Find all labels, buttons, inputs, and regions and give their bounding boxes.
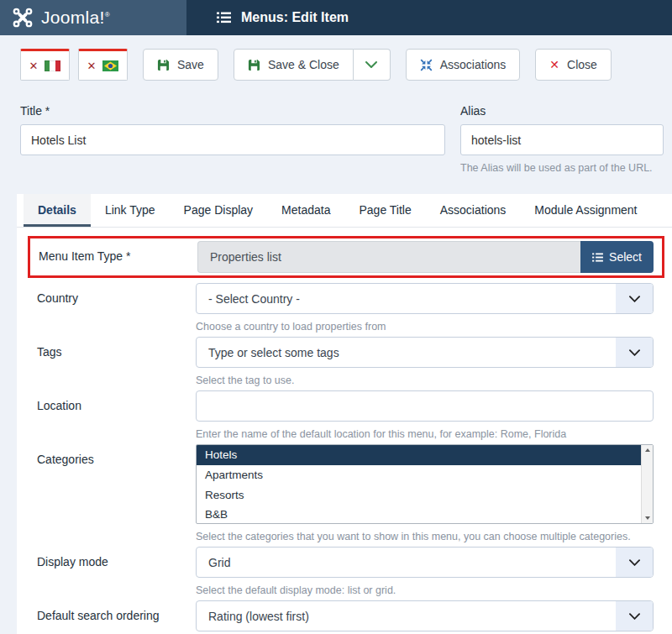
joomla-logo-icon [12,7,34,29]
associations-button[interactable]: Associations [406,49,521,81]
location-label: Location [37,390,196,440]
country-row: Country - Select Country - Choose a coun… [37,283,654,333]
tab-page-title[interactable]: Page Title [344,194,425,227]
select-menu-item-type-button[interactable]: Select [580,241,654,273]
menu-item-type-value: Properties list [197,241,580,273]
country-help-text: Choose a country to load properties from [196,321,654,333]
search-ordering-label: Default search ordering [37,600,196,634]
country-select[interactable]: - Select Country - [196,283,654,314]
category-option-bb[interactable]: B&B [197,505,641,524]
category-option-apartments[interactable]: Apartments [197,465,641,485]
location-help-text: Enter the name of the default location f… [196,428,654,440]
categories-row: Categories Hotels Apartments Resorts B&B… [37,444,654,542]
tags-label: Tags [37,337,196,386]
categories-listbox[interactable]: Hotels Apartments Resorts B&B [196,444,654,524]
chevron-down-icon [616,601,653,631]
save-options-dropdown-toggle[interactable] [354,49,391,81]
chevron-down-icon [616,338,653,367]
edit-item-panel: Details Link Type Page Display Metadata … [17,194,672,634]
alias-field-group: Alias The Alias will be used as part of … [460,104,664,174]
chevron-down-icon [365,61,377,68]
page-title: Menus: Edit Item [241,10,349,25]
categories-help-text: Select the categories that you want to s… [196,531,654,542]
tab-associations[interactable]: Associations [426,194,521,227]
compress-arrows-icon [420,59,433,71]
toolbar: ✕ ✕ Save Save & Close [0,35,672,81]
italian-flag-icon [45,60,60,71]
menu-item-type-row: Menu Item Type * Properties list Select [39,241,654,273]
title-alias-section: Title * Alias The Alias will be used as … [0,81,672,174]
listbox-scrollbar[interactable] [641,445,653,523]
tags-select[interactable]: Type or select some tags [196,337,654,368]
remove-italian-association-button[interactable]: ✕ [20,49,70,81]
remove-brazilian-association-button[interactable]: ✕ [78,49,128,81]
scroll-down-icon[interactable] [645,516,650,520]
tab-module-assignment[interactable]: Module Assignment [520,194,651,227]
save-and-close-button[interactable]: Save & Close [234,49,354,81]
save-icon [248,59,260,71]
tab-page-display[interactable]: Page Display [170,194,268,227]
search-ordering-select[interactable]: Rating (lowest first) [196,600,654,631]
alias-label: Alias [460,104,664,118]
location-input[interactable] [196,390,654,422]
tags-help-text: Select the tag to use. [196,375,654,386]
chevron-down-icon [616,284,653,313]
menu-item-type-highlight-annotation: Menu Item Type * Properties list Select [28,236,664,278]
tab-details[interactable]: Details [24,194,91,227]
close-button[interactable]: ✕ Close [535,49,612,81]
display-mode-row: Display mode Grid Select the default dis… [37,547,654,596]
display-mode-help-text: Select the default display mode: list or… [196,584,654,596]
save-close-button-group: Save & Close [234,49,391,81]
title-label: Title * [20,104,445,118]
country-label: Country [37,283,196,333]
top-header: Joomla!® Menus: Edit Item [0,0,672,35]
categories-options: Hotels Apartments Resorts B&B [197,445,641,523]
remove-icon: ✕ [87,60,97,71]
title-input[interactable] [20,124,445,155]
tab-metadata[interactable]: Metadata [267,194,344,227]
joomla-brand: Joomla!® [0,0,186,35]
menu-list-icon [217,12,231,24]
brazilian-flag-icon [102,60,118,71]
search-ordering-row: Default search ordering Rating (lowest f… [37,600,654,634]
list-icon [592,253,603,262]
scroll-up-icon[interactable] [645,448,650,452]
close-icon: ✕ [549,59,559,71]
menu-item-type-label: Menu Item Type * [39,241,197,273]
location-row: Location Enter the name of the default l… [37,390,654,440]
tags-row: Tags Type or select some tags Select the… [37,337,654,386]
page-header: Menus: Edit Item [186,0,672,35]
save-icon [157,59,170,71]
category-option-resorts[interactable]: Resorts [197,485,641,506]
chevron-down-icon [616,548,653,577]
tab-link-type[interactable]: Link Type [91,194,170,227]
category-option-hotels[interactable]: Hotels [197,445,641,465]
display-mode-select[interactable]: Grid [196,547,654,578]
details-form: Menu Item Type * Properties list Select [17,228,672,634]
title-field-group: Title * [20,104,445,174]
alias-input[interactable] [460,124,664,155]
brand-text: Joomla!® [41,8,110,28]
save-button[interactable]: Save [143,49,218,81]
alias-help-text: The Alias will be used as part of the UR… [460,162,664,174]
display-mode-label: Display mode [37,547,196,596]
remove-icon: ✕ [29,60,39,71]
categories-label: Categories [37,444,196,542]
tab-bar: Details Link Type Page Display Metadata … [17,194,672,228]
